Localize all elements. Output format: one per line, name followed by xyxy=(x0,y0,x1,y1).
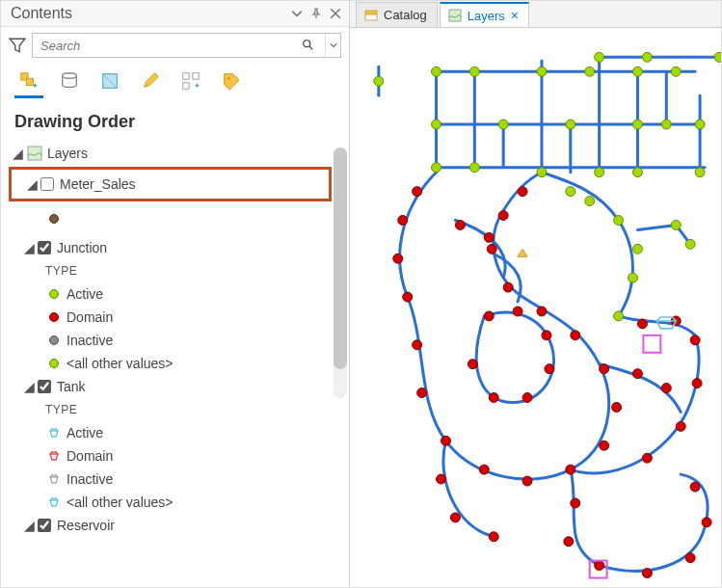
layer-meter-sales-row[interactable]: ◢ Meter_Sales xyxy=(12,173,329,196)
layer-reservoir-checkbox[interactable] xyxy=(38,519,51,532)
svg-point-58 xyxy=(503,282,513,292)
layers-root-row[interactable]: ◢ Layers xyxy=(9,142,349,165)
tab-layers[interactable]: Layers × xyxy=(440,2,529,27)
list-by-editing-button[interactable] xyxy=(136,67,165,98)
list-by-data-source-button[interactable] xyxy=(55,67,84,98)
layers-root-label: Layers xyxy=(47,146,88,161)
svg-point-36 xyxy=(628,273,638,282)
collapse-icon[interactable]: ◢ xyxy=(22,241,36,254)
svg-point-43 xyxy=(413,187,422,197)
svg-point-45 xyxy=(393,254,403,263)
svg-point-85 xyxy=(690,482,700,492)
tree-scrollbar[interactable] xyxy=(334,147,347,398)
svg-point-64 xyxy=(484,311,494,321)
filter-icon[interactable] xyxy=(9,37,26,54)
svg-point-79 xyxy=(571,498,580,508)
list-by-drawing-order-button[interactable] xyxy=(14,67,43,98)
junction-type-header: TYPE xyxy=(9,259,349,282)
svg-point-63 xyxy=(484,232,494,242)
svg-point-67 xyxy=(545,364,554,374)
svg-point-28 xyxy=(595,168,604,177)
svg-point-14 xyxy=(469,67,479,76)
svg-point-27 xyxy=(537,168,547,177)
junction-active-label: Active xyxy=(67,286,103,302)
svg-point-61 xyxy=(518,187,527,197)
layer-reservoir-row[interactable]: ◢ Reservoir xyxy=(9,514,349,537)
dropdown-icon[interactable] xyxy=(289,6,305,21)
svg-point-19 xyxy=(432,120,441,129)
collapse-icon[interactable]: ◢ xyxy=(22,380,36,393)
list-by-snapping-button[interactable] xyxy=(176,67,205,98)
layer-tank-checkbox[interactable] xyxy=(38,380,51,393)
collapse-icon[interactable]: ◢ xyxy=(11,147,24,160)
collapse-icon[interactable]: ◢ xyxy=(25,177,39,191)
main-area: Catalog Layers × xyxy=(350,1,721,587)
svg-point-3 xyxy=(63,72,77,78)
svg-rect-5 xyxy=(183,72,189,78)
svg-point-50 xyxy=(479,465,489,474)
layer-tank-row[interactable]: ◢ Tank xyxy=(9,375,349,398)
svg-point-51 xyxy=(522,476,532,486)
catalog-icon xyxy=(364,9,378,22)
pin-icon[interactable] xyxy=(308,6,324,21)
svg-point-31 xyxy=(595,52,604,62)
svg-rect-6 xyxy=(193,72,199,78)
svg-point-46 xyxy=(403,292,413,302)
search-dropdown-icon[interactable] xyxy=(325,34,340,57)
map-icon xyxy=(26,146,43,161)
layer-junction-row[interactable]: ◢ Junction xyxy=(9,236,349,259)
svg-point-32 xyxy=(642,52,652,62)
dot-red-icon xyxy=(49,312,59,322)
tab-catalog[interactable]: Catalog xyxy=(356,2,438,27)
map-view[interactable] xyxy=(350,28,721,587)
tab-close-icon[interactable]: × xyxy=(511,9,519,22)
svg-point-88 xyxy=(489,532,498,542)
svg-point-87 xyxy=(450,513,460,522)
svg-point-38 xyxy=(671,220,681,229)
search-icon[interactable] xyxy=(302,39,325,52)
svg-point-22 xyxy=(632,120,642,129)
tank-active-icon xyxy=(48,427,60,439)
list-by-selection-button[interactable] xyxy=(95,67,124,98)
svg-point-41 xyxy=(585,197,595,206)
svg-point-54 xyxy=(612,402,622,412)
svg-point-39 xyxy=(685,239,695,249)
search-row xyxy=(1,27,349,64)
tab-catalog-label: Catalog xyxy=(384,8,427,22)
close-icon[interactable] xyxy=(328,6,343,21)
layer-meter-sales-checkbox[interactable] xyxy=(40,177,54,191)
junction-domain-row: Domain xyxy=(9,306,349,329)
svg-point-16 xyxy=(585,67,595,76)
svg-point-15 xyxy=(537,67,547,76)
svg-point-23 xyxy=(661,120,671,129)
contents-header: Contents xyxy=(1,1,349,27)
map-icon xyxy=(448,9,462,22)
search-input[interactable] xyxy=(33,39,302,53)
svg-point-59 xyxy=(487,244,496,254)
svg-point-8 xyxy=(227,76,230,79)
svg-point-78 xyxy=(661,384,671,393)
list-by-labeling-button[interactable] xyxy=(217,67,246,98)
view-tabs: Catalog Layers × xyxy=(350,1,721,28)
svg-point-30 xyxy=(695,168,705,177)
junction-other-row: <all other values> xyxy=(9,352,349,375)
svg-rect-7 xyxy=(183,82,189,88)
collapse-icon[interactable]: ◢ xyxy=(22,519,36,532)
svg-point-77 xyxy=(632,369,642,379)
svg-point-83 xyxy=(685,553,695,563)
toc-toolbar xyxy=(1,64,349,98)
svg-point-53 xyxy=(600,441,609,450)
svg-point-29 xyxy=(632,168,642,177)
tank-domain-icon xyxy=(48,450,60,462)
svg-point-68 xyxy=(522,393,532,403)
junction-domain-label: Domain xyxy=(67,309,113,325)
svg-point-18 xyxy=(671,67,681,76)
layer-tree: ◢ Layers ◢ Meter_Sales ◢ Junction TYPE A… xyxy=(1,140,349,587)
drawing-order-title: Drawing Order xyxy=(1,98,349,140)
dot-green-icon xyxy=(49,359,59,368)
svg-point-57 xyxy=(537,307,547,316)
svg-point-73 xyxy=(690,335,700,345)
layer-junction-checkbox[interactable] xyxy=(38,241,51,254)
svg-point-66 xyxy=(542,331,551,340)
svg-point-24 xyxy=(695,120,705,129)
